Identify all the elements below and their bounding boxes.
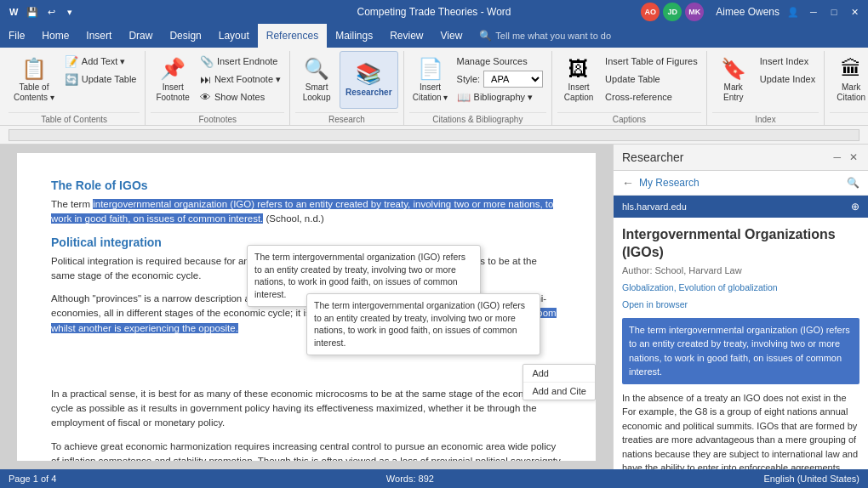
insert-caption-button[interactable]: 🖼 InsertCaption: [557, 51, 600, 109]
source-url-text: hls.harvard.edu: [622, 201, 687, 212]
citations-stack: Manage Sources Style: APAMLAChicago 📖 Bi…: [454, 51, 547, 105]
avatar-2: JD: [663, 3, 682, 21]
collaborator-avatars: AO JD MK: [641, 3, 704, 21]
word-logo-icon: W: [7, 5, 20, 19]
index-items: 🔖 MarkEntry Insert Index Update Index: [712, 51, 819, 111]
minimize-icon[interactable]: ─: [807, 5, 820, 19]
update-table-button[interactable]: 🔄 Update Table: [61, 71, 140, 88]
update-table-captions-label: Update Table: [605, 74, 660, 84]
add-text-icon: 📝: [65, 55, 78, 68]
search-box[interactable]: 🔍 Tell me what you want to do: [471, 24, 868, 48]
mark-entry-label: MarkEntry: [723, 82, 743, 103]
table-of-contents-button[interactable]: 📋 Table ofContents ▾: [9, 51, 60, 109]
ruler-inner: [9, 129, 859, 141]
open-in-browser-link[interactable]: Open in browser: [622, 299, 859, 309]
tooltip-box-2: The term intergovernmental organization …: [306, 293, 540, 355]
mark-citation-button[interactable]: 🏛 MarkCitation: [830, 51, 868, 109]
insert-index-label: Insert Index: [760, 56, 808, 66]
toc-group-label: Table of Contents: [9, 112, 140, 126]
insert-citation-button[interactable]: 📄 InsertCitation ▾: [409, 51, 452, 109]
status-bar: Page 1 of 4 Words: 892 English (United S…: [0, 469, 868, 488]
tab-mailings[interactable]: Mailings: [327, 24, 381, 48]
style-select-container[interactable]: Style: APAMLAChicago: [454, 71, 547, 88]
update-table-label: Update Table: [82, 74, 137, 84]
insert-footnote-button[interactable]: 📌 InsertFootnote: [151, 51, 194, 109]
citation-icon: 📄: [418, 57, 443, 81]
highlighted-excerpt: The term intergovernmental organization …: [622, 318, 859, 384]
researcher-label: Researcher: [345, 88, 391, 98]
customize-icon[interactable]: ▾: [63, 5, 77, 19]
bibliography-button[interactable]: 📖 Bibliography ▾: [454, 88, 547, 105]
add-and-cite-button[interactable]: Add and Cite: [523, 383, 595, 400]
authorities-items: 🏛 MarkCitation Insert Table of Authoriti…: [830, 51, 868, 111]
highlighted-text-1: intergovernmental organization (IGO) ref…: [51, 199, 553, 224]
cross-reference-button[interactable]: Cross-reference: [602, 88, 701, 105]
add-text-button[interactable]: 📝 Add Text ▾: [61, 53, 140, 70]
smart-lookup-label: SmartLookup: [303, 82, 331, 103]
toc-stack: 📝 Add Text ▾ 🔄 Update Table: [61, 51, 140, 88]
source-url-bar: hls.harvard.edu ⊕: [614, 196, 868, 218]
update-table-captions-button[interactable]: Update Table: [602, 71, 701, 88]
captions-items: 🖼 InsertCaption Insert Table of Figures …: [557, 51, 701, 111]
insert-endnote-label: Insert Endnote: [217, 56, 278, 66]
insert-index-button[interactable]: Insert Index: [757, 53, 819, 70]
title-bar-right: AO JD MK Aimee Owens 👤 ─ □ ✕: [641, 3, 861, 21]
authorities-group-label: Table of Authorities: [830, 112, 868, 126]
search-icon: 🔍: [479, 30, 492, 42]
tab-file[interactable]: File: [0, 24, 33, 48]
tab-home[interactable]: Home: [33, 24, 77, 48]
next-footnote-button[interactable]: ⏭ Next Footnote ▾: [197, 71, 284, 88]
url-external-icon[interactable]: ⊕: [851, 201, 859, 213]
panel-minimize-icon[interactable]: ─: [831, 150, 842, 165]
mark-citation-icon: 🏛: [841, 57, 861, 81]
citations-group-label: Citations & Bibliography: [409, 112, 547, 126]
back-button[interactable]: ←: [622, 176, 634, 190]
manage-sources-button[interactable]: Manage Sources: [454, 53, 547, 70]
undo-icon[interactable]: ↩: [44, 5, 58, 19]
smart-lookup-button[interactable]: 🔍 SmartLookup: [295, 51, 338, 109]
update-index-button[interactable]: Update Index: [757, 71, 819, 88]
insert-table-figures-button[interactable]: Insert Table of Figures: [602, 53, 701, 70]
title-bar-left: W 💾 ↩ ▾: [7, 5, 77, 19]
panel-search-icon[interactable]: 🔍: [847, 177, 859, 189]
researcher-panel: Researcher ─ ✕ ← My Research 🔍 hls.harva…: [613, 145, 868, 469]
add-button[interactable]: Add: [523, 365, 595, 383]
user-name: Aimee Owens: [716, 6, 779, 18]
close-icon[interactable]: ✕: [848, 5, 861, 19]
footnotes-items: 📌 InsertFootnote 📎 Insert Endnote ⏭ Next…: [151, 51, 284, 111]
researcher-icon: 📚: [356, 62, 381, 86]
mark-entry-icon: 🔖: [721, 57, 746, 81]
insert-caption-label: InsertCaption: [564, 82, 593, 103]
caption-icon: 🖼: [568, 57, 589, 81]
insert-tof-label: Insert Table of Figures: [605, 56, 698, 66]
my-research-link[interactable]: My Research: [639, 177, 700, 189]
tab-design[interactable]: Design: [161, 24, 209, 48]
content-tags: Globalization, Evolution of globalizatio…: [622, 282, 859, 292]
tab-layout[interactable]: Layout: [210, 24, 258, 48]
tab-review[interactable]: Review: [381, 24, 431, 48]
citations-items: 📄 InsertCitation ▾ Manage Sources Style:…: [409, 51, 547, 111]
researcher-button[interactable]: 📚 Researcher: [340, 51, 397, 109]
word-count: Words: 892: [386, 474, 434, 484]
share-icon[interactable]: 👤: [786, 5, 800, 19]
tab-insert[interactable]: Insert: [77, 24, 120, 48]
avatar-3: MK: [685, 3, 704, 21]
restore-icon[interactable]: □: [827, 5, 841, 19]
show-notes-button[interactable]: 👁 Show Notes: [197, 88, 284, 105]
panel-nav: ← My Research 🔍: [614, 171, 868, 196]
insert-endnote-button[interactable]: 📎 Insert Endnote: [197, 53, 284, 70]
ribbon-group-footnotes: 📌 InsertFootnote 📎 Insert Endnote ⏭ Next…: [146, 51, 290, 125]
tab-view[interactable]: View: [432, 24, 471, 48]
content-author: Author: School, Harvard Law: [622, 265, 859, 275]
title-bar: W 💾 ↩ ▾ Competing Trade Theories - Word …: [0, 0, 868, 24]
ribbon-group-index: 🔖 MarkEntry Insert Index Update Index In…: [707, 51, 825, 125]
style-dropdown[interactable]: APAMLAChicago: [483, 71, 543, 88]
save-icon[interactable]: 💾: [26, 5, 39, 19]
index-group-label: Index: [712, 112, 819, 126]
para-practical-sense: In a practical sense, it is best for as …: [51, 387, 562, 431]
panel-close-icon[interactable]: ✕: [848, 150, 859, 165]
tab-draw[interactable]: Draw: [120, 24, 161, 48]
tab-references[interactable]: References: [258, 24, 327, 48]
footnotes-group-label: Footnotes: [151, 112, 284, 126]
mark-entry-button[interactable]: 🔖 MarkEntry: [712, 51, 755, 109]
